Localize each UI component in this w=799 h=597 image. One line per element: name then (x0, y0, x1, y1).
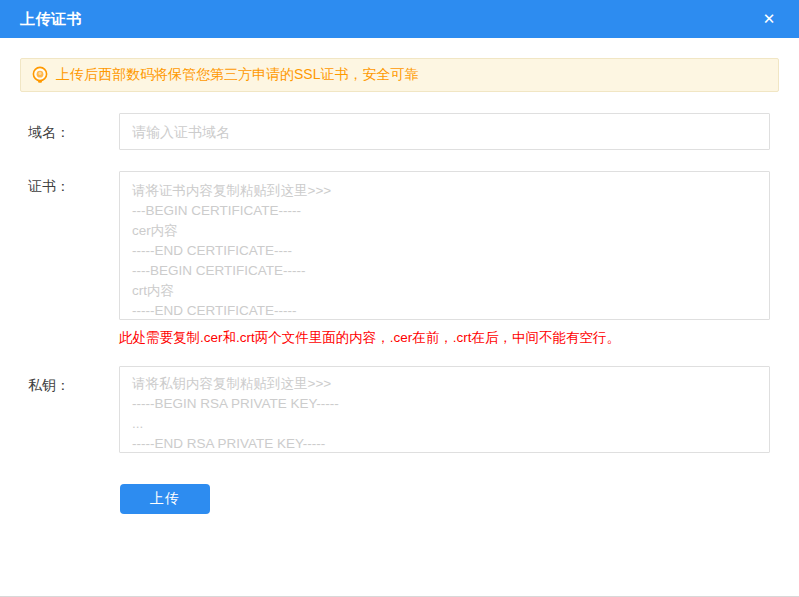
notice-text: 上传后西部数码将保管您第三方申请的SSL证书，安全可靠 (56, 66, 418, 84)
dialog-header: 上传证书 ✕ (0, 0, 799, 38)
certificate-hint: 此处需要复制.cer和.crt两个文件里面的内容，.cer在前，.crt在后，中… (119, 329, 620, 347)
lightbulb-icon (31, 66, 49, 84)
upload-certificate-dialog: 上传证书 ✕ 上传后西部数码将保管您第三方申请的SSL证书，安全可靠 域名： 证… (0, 0, 799, 597)
private-key-label: 私钥： (28, 375, 70, 395)
dialog-title: 上传证书 (20, 0, 82, 38)
notice-banner: 上传后西部数码将保管您第三方申请的SSL证书，安全可靠 (20, 58, 779, 92)
domain-input[interactable] (119, 113, 770, 150)
certificate-textarea[interactable] (119, 171, 770, 320)
upload-button[interactable]: 上传 (120, 484, 210, 514)
certificate-label: 证书： (28, 176, 70, 196)
private-key-textarea[interactable] (119, 366, 770, 453)
domain-label: 域名： (28, 122, 70, 142)
close-icon[interactable]: ✕ (755, 0, 783, 38)
